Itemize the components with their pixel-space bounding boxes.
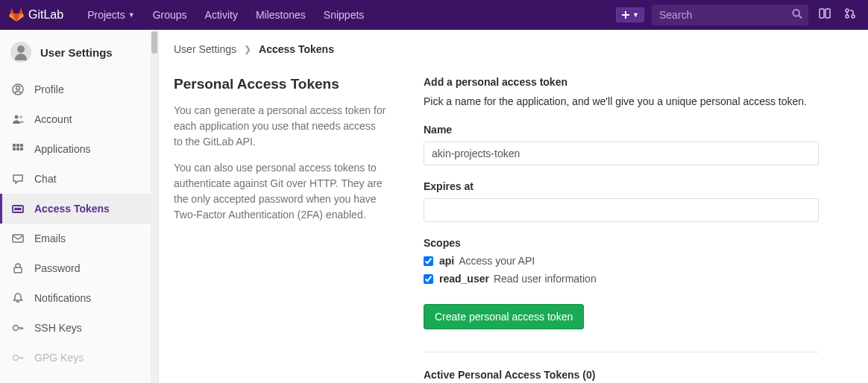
- scope-desc: Access your API: [459, 255, 535, 267]
- scope-checkbox-api[interactable]: [424, 256, 433, 266]
- scope-row-api: api Access your API: [424, 255, 853, 267]
- chevron-right-icon: ❯: [244, 44, 251, 54]
- access-tokens-icon: [12, 203, 24, 215]
- applications-icon: [12, 143, 24, 155]
- plus-icon: [621, 10, 630, 19]
- content-right: Add a personal access token Pick a name …: [424, 76, 853, 383]
- svg-point-22: [19, 209, 21, 210]
- caret-down-icon: ▼: [632, 11, 639, 19]
- caret-down-icon: ▼: [128, 11, 135, 19]
- search-icon[interactable]: [792, 9, 802, 22]
- svg-rect-17: [16, 148, 19, 151]
- merge-requests-icon[interactable]: [841, 7, 859, 22]
- svg-point-20: [15, 209, 16, 210]
- svg-rect-5: [825, 9, 830, 18]
- svg-point-10: [16, 86, 20, 90]
- sidebar-item-label: Access Tokens: [34, 203, 110, 215]
- sidebar-title: User Settings: [40, 46, 113, 59]
- sidebar-item-ssh-keys[interactable]: SSH Keys: [0, 313, 158, 343]
- gitlab-logo[interactable]: GitLab: [9, 8, 63, 22]
- sidebar-item-label: SSH Keys: [34, 322, 82, 334]
- navbar-menu: Projects ▼ Groups Activity Milestones Sn…: [78, 9, 616, 21]
- search-wrapper: [652, 4, 808, 25]
- name-input[interactable]: [424, 142, 819, 165]
- scope-checkbox-read-user[interactable]: [424, 274, 433, 284]
- svg-rect-23: [13, 235, 23, 242]
- sidebar-item-applications[interactable]: Applications: [0, 134, 158, 164]
- gitlab-tanuki-icon: [9, 8, 24, 22]
- expires-label: Expires at: [424, 180, 853, 192]
- svg-point-8: [852, 15, 855, 18]
- sidebar-item-account[interactable]: Account: [0, 104, 158, 134]
- todos-icon[interactable]: [816, 7, 834, 22]
- nav-activity[interactable]: Activity: [196, 9, 247, 21]
- sidebar-item-chat[interactable]: Chat: [0, 164, 158, 194]
- user-avatar-icon: [10, 42, 31, 63]
- sidebar-item-label: Chat: [34, 173, 57, 185]
- notifications-icon: [12, 292, 24, 304]
- form-desc: Pick a name for the application, and we'…: [424, 95, 853, 107]
- sidebar-item-notifications[interactable]: Notifications: [0, 283, 158, 313]
- nav-groups[interactable]: Groups: [144, 9, 196, 21]
- svg-rect-24: [14, 268, 22, 273]
- sidebar-item-label: Emails: [34, 232, 66, 244]
- sidebar-item-emails[interactable]: Emails: [0, 224, 158, 253]
- svg-rect-15: [20, 144, 23, 147]
- sidebar-scrollbar[interactable]: [151, 30, 158, 383]
- breadcrumb-parent[interactable]: User Settings: [174, 43, 236, 55]
- svg-point-2: [793, 10, 799, 16]
- svg-rect-4: [820, 9, 824, 18]
- create-token-button[interactable]: Create personal access token: [424, 304, 584, 329]
- sidebar-item-profile[interactable]: Profile: [0, 75, 158, 104]
- svg-rect-14: [16, 144, 19, 147]
- new-dropdown-button[interactable]: ▼: [616, 7, 644, 22]
- svg-point-12: [19, 115, 22, 118]
- divider: [424, 352, 819, 352]
- nav-snippets[interactable]: Snippets: [315, 9, 373, 21]
- name-label: Name: [424, 124, 853, 136]
- main-content: User Settings ❯ Access Tokens Personal A…: [159, 30, 868, 383]
- top-navbar: GitLab Projects ▼ Groups Activity Milest…: [0, 0, 868, 30]
- sidebar-header: User Settings: [0, 30, 158, 75]
- sidebar-item-label: GPG Keys: [34, 352, 84, 364]
- svg-line-3: [799, 16, 802, 19]
- svg-point-6: [846, 9, 849, 12]
- nav-milestones[interactable]: Milestones: [247, 9, 315, 21]
- search-input[interactable]: [652, 4, 808, 25]
- content-left: Personal Access Tokens You can generate …: [174, 76, 386, 383]
- scope-row-read-user: read_user Read user information: [424, 273, 853, 285]
- password-icon: [12, 262, 24, 274]
- breadcrumb: User Settings ❯ Access Tokens: [174, 43, 853, 55]
- content-row: Personal Access Tokens You can generate …: [174, 76, 853, 383]
- gpg-keys-icon: [12, 352, 24, 364]
- svg-rect-13: [13, 144, 16, 147]
- sidebar-item-access-tokens[interactable]: Access Tokens: [0, 194, 158, 224]
- brand-text: GitLab: [28, 8, 63, 22]
- profile-icon: [12, 83, 24, 95]
- svg-rect-16: [13, 148, 16, 151]
- navbar-right: ▼: [616, 4, 859, 25]
- svg-point-7: [846, 15, 849, 18]
- ssh-keys-icon: [12, 322, 24, 334]
- chat-icon: [12, 173, 24, 185]
- scope-desc: Read user information: [494, 273, 597, 285]
- expires-input[interactable]: [424, 198, 819, 222]
- section-desc-1: You can generate a personal access token…: [174, 103, 386, 150]
- sidebar-item-gpg-keys[interactable]: GPG Keys: [0, 343, 158, 373]
- svg-point-26: [13, 355, 19, 361]
- scope-name: api: [439, 255, 454, 267]
- sidebar: User Settings Profile Account Applicatio…: [0, 30, 159, 383]
- sidebar-item-label: Account: [34, 113, 72, 125]
- scope-name: read_user: [439, 273, 489, 285]
- svg-rect-18: [20, 148, 23, 151]
- sidebar-item-label: Profile: [34, 83, 64, 95]
- scopes-label: Scopes: [424, 237, 853, 249]
- sidebar-item-label: Applications: [34, 143, 91, 155]
- active-tokens-title: Active Personal Access Tokens (0): [424, 369, 853, 381]
- svg-rect-1: [622, 14, 629, 16]
- account-icon: [12, 113, 24, 125]
- nav-projects[interactable]: Projects ▼: [78, 9, 144, 21]
- sidebar-item-password[interactable]: Password: [0, 253, 158, 283]
- svg-point-25: [13, 326, 19, 331]
- page-layout: User Settings Profile Account Applicatio…: [0, 30, 868, 383]
